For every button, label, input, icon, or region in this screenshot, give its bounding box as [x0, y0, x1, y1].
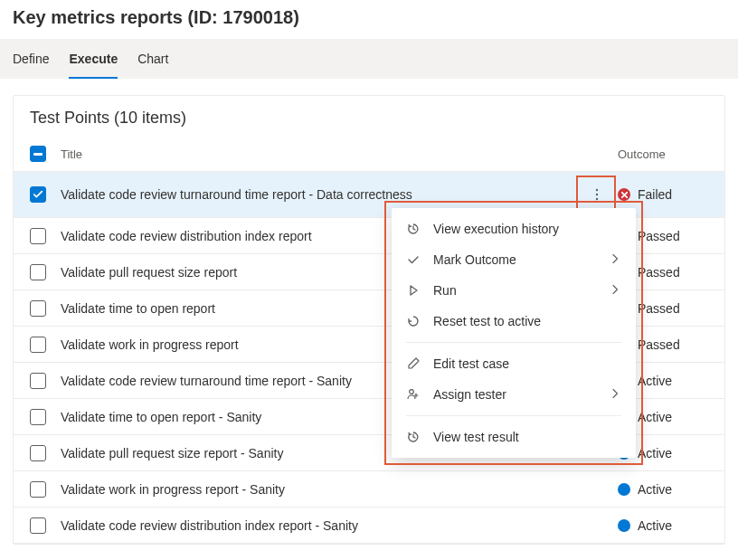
menu-item-mark-outcome[interactable]: Mark Outcome	[392, 244, 636, 275]
outcome-label: Active	[638, 482, 672, 497]
select-all-checkbox[interactable]	[30, 146, 46, 162]
chevron-right-icon	[610, 252, 621, 267]
row-title[interactable]: Validate code review turnaround time rep…	[61, 187, 576, 202]
rows-container: Validate code review turnaround time rep…	[14, 172, 724, 544]
menu-item-edit-test-case[interactable]: Edit test case	[392, 348, 636, 379]
outcome-label: Passed	[638, 265, 680, 280]
list-header: Title Outcome	[14, 137, 724, 172]
menu-item-label: View execution history	[433, 222, 621, 236]
menu-item-label: Reset test to active	[433, 314, 621, 328]
row-title[interactable]: Validate code review distribution index …	[61, 518, 576, 533]
outcome-label: Passed	[638, 229, 680, 243]
outcome-label: Active	[638, 410, 672, 424]
context-menu: View execution historyMark OutcomeRunRes…	[392, 208, 636, 458]
test-points-panel: Test Points (10 items) Title Outcome Val…	[13, 95, 725, 545]
tab-define[interactable]: Define	[13, 39, 49, 79]
chevron-right-icon	[610, 283, 621, 298]
play-icon	[406, 283, 421, 298]
outcome-label: Failed	[638, 187, 672, 202]
row-checkbox[interactable]	[30, 445, 46, 461]
tab-bar: Define Execute Chart	[0, 39, 738, 79]
menu-item-view-test-result[interactable]: View test result	[392, 422, 636, 452]
menu-item-label: Run	[433, 283, 598, 298]
menu-item-label: Mark Outcome	[433, 252, 598, 267]
menu-item-reset-test-to-active[interactable]: Reset test to active	[392, 306, 636, 337]
page-title: Key metrics reports (ID: 1790018)	[0, 0, 738, 39]
outcome-label: Active	[638, 374, 672, 388]
row-checkbox[interactable]	[30, 481, 46, 498]
row-checkbox[interactable]	[30, 373, 46, 389]
table-row[interactable]: Validate code review distribution index …	[14, 508, 724, 544]
menu-item-run[interactable]: Run	[392, 275, 636, 306]
row-checkbox[interactable]	[30, 517, 46, 534]
tab-chart[interactable]: Chart	[137, 39, 168, 79]
history-icon	[406, 222, 421, 236]
outcome-label: Active	[638, 518, 672, 533]
row-checkbox[interactable]	[30, 228, 46, 244]
menu-item-assign-tester[interactable]: Assign tester	[392, 379, 636, 410]
outcome-label: Active	[638, 446, 672, 460]
menu-separator	[406, 415, 621, 416]
row-checkbox[interactable]	[30, 264, 46, 280]
menu-item-label: Edit test case	[433, 356, 621, 371]
menu-separator	[406, 342, 621, 343]
chevron-right-icon	[610, 387, 621, 402]
row-more-actions-button[interactable]	[583, 181, 610, 208]
outcome-label: Passed	[638, 301, 680, 316]
row-title[interactable]: Validate work in progress report - Sanit…	[61, 482, 576, 497]
row-checkbox[interactable]	[30, 300, 46, 317]
reset-icon	[406, 314, 421, 328]
active-icon	[618, 519, 630, 532]
row-checkbox[interactable]	[30, 186, 46, 203]
panel-title: Test Points (10 items)	[14, 96, 724, 137]
assign-icon	[406, 387, 421, 402]
column-header-outcome[interactable]: Outcome	[618, 147, 708, 161]
menu-item-label: Assign tester	[433, 387, 598, 402]
row-checkbox[interactable]	[30, 337, 46, 353]
outcome-label: Passed	[638, 337, 680, 352]
menu-item-view-execution-history[interactable]: View execution history	[392, 214, 636, 244]
row-checkbox[interactable]	[30, 409, 46, 425]
table-row[interactable]: Validate code review turnaround time rep…	[14, 172, 724, 218]
column-header-title[interactable]: Title	[61, 147, 618, 161]
tab-execute[interactable]: Execute	[69, 39, 118, 79]
active-icon	[618, 483, 630, 496]
table-row[interactable]: Validate work in progress report - Sanit…	[14, 471, 724, 508]
history-icon	[406, 430, 421, 444]
pencil-icon	[406, 356, 421, 371]
check-icon	[406, 252, 421, 267]
menu-item-label: View test result	[433, 430, 621, 444]
failed-icon	[618, 188, 630, 201]
